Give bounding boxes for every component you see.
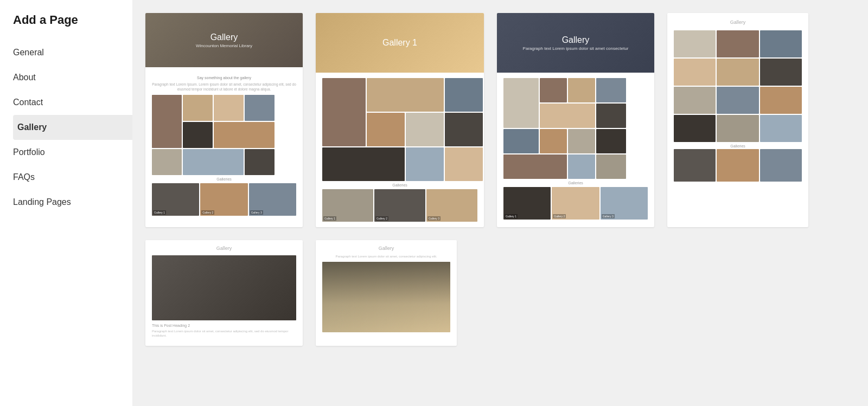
gallery-label-3: Gallery 3 — [250, 210, 263, 215]
template-hero-title: Gallery — [210, 33, 238, 42]
sidebar: Add a Page General About Contact Gallery… — [0, 0, 132, 406]
gallery-label-3: Gallery 3 — [427, 216, 441, 221]
template-card-gallery-1[interactable]: Gallery Wincounton Memorial Library Say … — [145, 13, 303, 227]
template-grid: Gallery Wincounton Memorial Library Say … — [132, 0, 868, 406]
template-hero-title: Gallery — [152, 246, 296, 251]
sidebar-item-about[interactable]: About — [13, 65, 132, 90]
template-body: Paragraph text Lorem ipsum dolor sit ame… — [152, 329, 296, 338]
sidebar-item-label: Gallery — [17, 123, 47, 132]
gallery-label-2: Gallery 2 — [375, 216, 388, 221]
sidebar-item-portfolio[interactable]: Portfolio — [13, 140, 132, 165]
galleries-label: Galleries — [503, 181, 648, 185]
template-hero-sub: Wincounton Memorial Library — [196, 43, 252, 48]
sidebar-item-faqs[interactable]: FAQs — [13, 165, 132, 190]
gallery-label-3: Gallery 3 — [602, 214, 615, 218]
template-desc: Paragraph text Lorem ipsum dolor sit ame… — [523, 46, 629, 51]
gallery-label-1: Gallery 1 — [505, 214, 518, 218]
sidebar-item-landing[interactable]: Landing Pages — [13, 190, 132, 215]
template-hero-title: Gallery — [322, 246, 450, 251]
galleries-label: Galleries — [152, 177, 296, 181]
sidebar-item-gallery[interactable]: Gallery — [13, 115, 132, 140]
template-card-gallery-6[interactable]: Gallery Paragraph text Lorem ipsum dolor… — [316, 240, 457, 346]
template-card-gallery-5[interactable]: Gallery This is Post Heading 2 Paragraph… — [145, 240, 303, 346]
template-desc: Paragraph text Lorem ipsum dolor sit ame… — [322, 254, 450, 259]
sidebar-title: Add a Page — [13, 13, 132, 27]
sidebar-item-general[interactable]: General — [13, 40, 132, 65]
template-card-gallery-4[interactable]: Gallery Galleries — [667, 13, 808, 227]
galleries-label: Galleries — [322, 183, 477, 187]
sidebar-item-contact[interactable]: Contact — [13, 90, 132, 115]
galleries-label: Galleries — [674, 144, 802, 148]
section-label: Say something about the gallery — [152, 76, 296, 80]
gallery-label-1: Gallery 1 — [323, 216, 336, 221]
template-desc: Paragraph text Lorem Ipsum. Lorem ipsum … — [152, 82, 296, 92]
sidebar-item-label: Contact — [13, 98, 43, 107]
sidebar-item-label: General — [13, 48, 44, 57]
sidebar-item-label: Landing Pages — [13, 197, 71, 207]
template-hero-title: Gallery — [674, 20, 802, 25]
gallery-label-2: Gallery 2 — [201, 210, 214, 215]
sidebar-item-label: FAQs — [13, 172, 35, 182]
template-hero-title: Gallery 1 — [382, 38, 417, 48]
gallery-label-1: Gallery 1 — [153, 210, 166, 215]
sidebar-item-label: About — [13, 73, 36, 82]
template-card-gallery-3[interactable]: Gallery Paragraph text Lorem ipsum dolor… — [497, 13, 654, 227]
sidebar-item-label: Portfolio — [13, 147, 45, 157]
gallery-label-2: Gallery 2 — [553, 214, 566, 218]
template-subtitle: This is Post Heading 2 — [152, 324, 296, 327]
template-card-gallery-2[interactable]: Gallery 1 Galleries Gallery 1 Gallery 2 … — [316, 13, 484, 227]
template-hero-title: Gallery — [562, 35, 590, 45]
